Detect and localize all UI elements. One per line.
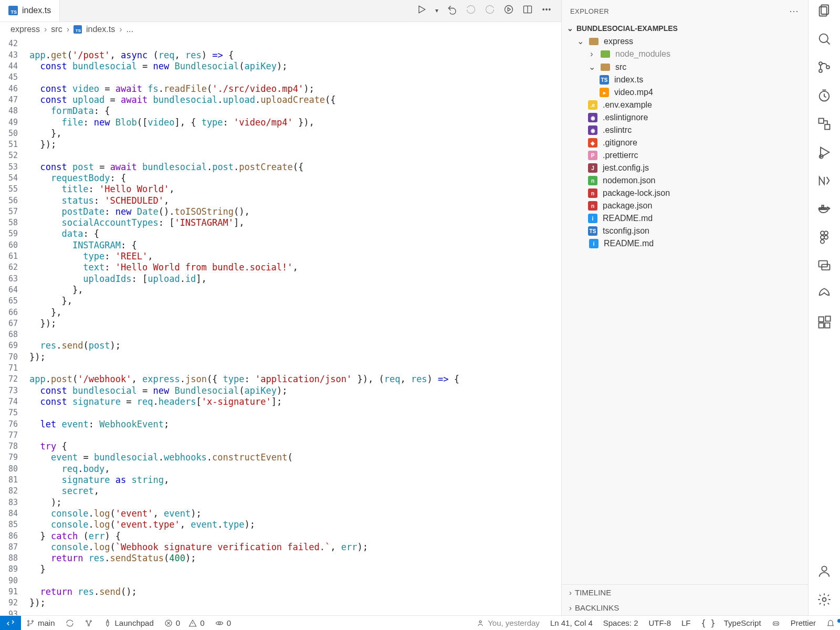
redo-icon[interactable] [485, 4, 495, 17]
code-line[interactable]: 85 console.log('event.type', event.type)… [0, 519, 561, 530]
search-icon[interactable] [817, 32, 832, 48]
code-line[interactable]: 66 }, [0, 307, 561, 318]
code-line[interactable]: 46 const video = await fs.readFile('./sr… [0, 83, 561, 94]
code-line[interactable]: 83 ); [0, 497, 561, 508]
file-nodemon-json[interactable]: nnodemon.json [562, 174, 808, 187]
code-line[interactable]: 59 data: { [0, 228, 561, 239]
workspace-root[interactable]: ⌄ BUNDLESOCIAL-EXAMPLES [562, 22, 808, 35]
code-line[interactable]: 51 }); [0, 139, 561, 150]
file-package-json[interactable]: npackage.json [562, 200, 808, 212]
problems-button[interactable]: 0 0 [159, 618, 210, 627]
file-prettierrc[interactable]: P.prettierrc [562, 149, 808, 162]
run-dropdown-icon[interactable]: ▾ [435, 7, 438, 14]
code-line[interactable]: 70}); [0, 352, 561, 363]
code-line[interactable]: 53 const post = await bundlesocial.post.… [0, 162, 561, 173]
code-line[interactable]: 47 const upload = await bundlesocial.upl… [0, 94, 561, 106]
sync-button[interactable] [60, 619, 79, 627]
docker-icon[interactable] [817, 202, 832, 218]
code-line[interactable]: 68 [0, 329, 561, 340]
code-line[interactable]: 62 text: 'Hello World from bundle.social… [0, 262, 561, 273]
figma-icon[interactable] [817, 230, 832, 247]
git-blame[interactable]: You, yesterday [471, 618, 545, 627]
code-line[interactable]: 64 }, [0, 285, 561, 296]
code-line[interactable]: 44 const bundlesocial = new Bundlesocial… [0, 61, 561, 72]
split-editor-icon[interactable] [522, 4, 533, 17]
code-line[interactable]: 56 status: 'SCHEDULED', [0, 195, 561, 206]
code-line[interactable]: 88 return res.sendStatus(400); [0, 553, 561, 564]
code-line[interactable]: 61 type: 'REEL', [0, 251, 561, 262]
run-icon[interactable] [416, 4, 427, 17]
comments-icon[interactable] [817, 258, 832, 275]
code-line[interactable]: 78 try { [0, 441, 561, 452]
code-line[interactable]: 82 secret, [0, 486, 561, 497]
code-line[interactable]: 69 res.send(post); [0, 340, 561, 351]
code-line[interactable]: 71 [0, 363, 561, 374]
crumb-symbol[interactable]: ... [126, 25, 133, 34]
code-line[interactable]: 63 uploadIds: [upload.id], [0, 274, 561, 285]
code-line[interactable]: 67 }); [0, 318, 561, 329]
file-package-lock[interactable]: npackage-lock.json [562, 187, 808, 200]
encoding[interactable]: UTF-8 [643, 618, 676, 627]
run-profile-icon[interactable] [503, 4, 514, 17]
code-line[interactable]: 72app.post('/webhook', express.json({ ty… [0, 374, 561, 385]
code-line[interactable]: 74 const signature = req.headers['x-sign… [0, 396, 561, 407]
leaf-icon[interactable] [817, 287, 832, 303]
code-line[interactable]: 77 [0, 430, 561, 441]
explorer-more-icon[interactable]: ⋯ [789, 5, 800, 17]
nx-icon[interactable] [817, 173, 832, 190]
code-line[interactable]: 81 signature as string, [0, 475, 561, 486]
ports-button[interactable]: 0 [210, 618, 236, 627]
code-line[interactable]: 57 postDate: new Date().toISOString(), [0, 206, 561, 217]
code-line[interactable]: 89 } [0, 564, 561, 575]
tab-index-ts[interactable]: TS index.ts [0, 0, 60, 22]
code-line[interactable]: 76 let event: WebhookEvent; [0, 419, 561, 430]
code-line[interactable]: 79 event = bundlesocial.webhooks.constru… [0, 452, 561, 463]
code-line[interactable]: 87 console.log(`Webhook signature verifi… [0, 542, 561, 553]
launchpad-button[interactable]: Launchpad [98, 618, 159, 627]
prettier-status[interactable]: Prettier [785, 618, 821, 627]
notifications-icon[interactable] [821, 619, 840, 627]
file-index-ts[interactable]: TSindex.ts [562, 74, 808, 86]
file-readme-1[interactable]: iREADME.md [562, 212, 808, 225]
git-branch[interactable]: main [21, 618, 60, 627]
account-icon[interactable] [817, 564, 832, 581]
code-line[interactable]: 45 [0, 72, 561, 83]
folder-express[interactable]: ⌄express [562, 35, 808, 48]
code-line[interactable]: 60 INSTAGRAM: { [0, 240, 561, 251]
remote-indicator[interactable] [0, 616, 21, 630]
code-line[interactable]: 73 const bundlesocial = new Bundlesocial… [0, 385, 561, 396]
code-line[interactable]: 42 [0, 38, 561, 49]
code-line[interactable]: 58 socialAccountTypes: ['INSTAGRAM'], [0, 217, 561, 228]
code-line[interactable]: 65 }, [0, 296, 561, 307]
code-line[interactable]: 86 } catch (err) { [0, 531, 561, 542]
code-line[interactable]: 80 req.body, [0, 464, 561, 475]
code-line[interactable]: 52 [0, 150, 561, 161]
debug-timer-icon[interactable] [817, 88, 832, 105]
code-line[interactable]: 48 formData: { [0, 106, 561, 117]
timeline-section[interactable]: ›TIMELINE [562, 585, 808, 600]
extensions-icon[interactable] [817, 315, 832, 332]
more-icon[interactable] [541, 4, 552, 17]
references-icon[interactable] [817, 117, 832, 133]
code-editor[interactable]: 4243app.get('/post', async (req, res) =>… [0, 37, 561, 615]
settings-gear-icon[interactable] [817, 592, 832, 609]
file-eslintignore[interactable]: ◉.eslintignore [562, 111, 808, 124]
undo-icon[interactable] [466, 4, 476, 17]
eol[interactable]: LF [676, 618, 696, 627]
language-mode[interactable]: { } TypeScript [696, 618, 766, 628]
graph-button[interactable] [79, 619, 98, 627]
code-line[interactable]: 43app.get('/post', async (req, res) => { [0, 50, 561, 61]
source-control-icon[interactable] [817, 60, 832, 77]
debug-run-icon[interactable] [817, 145, 832, 162]
code-line[interactable]: 92}); [0, 597, 561, 608]
file-video-mp4[interactable]: ▸video.mp4 [562, 86, 808, 99]
folder-node-modules[interactable]: ›node_modules [562, 48, 808, 60]
copilot-icon[interactable] [766, 619, 785, 627]
crumb-src[interactable]: src [51, 25, 62, 34]
code-line[interactable]: 75 [0, 407, 561, 418]
backlinks-section[interactable]: ›BACKLINKS [562, 600, 808, 615]
code-line[interactable]: 54 requestBody: { [0, 173, 561, 184]
code-line[interactable]: 91 return res.send(); [0, 586, 561, 597]
folder-src[interactable]: ⌄src [562, 60, 808, 74]
code-line[interactable]: 50 }, [0, 128, 561, 139]
